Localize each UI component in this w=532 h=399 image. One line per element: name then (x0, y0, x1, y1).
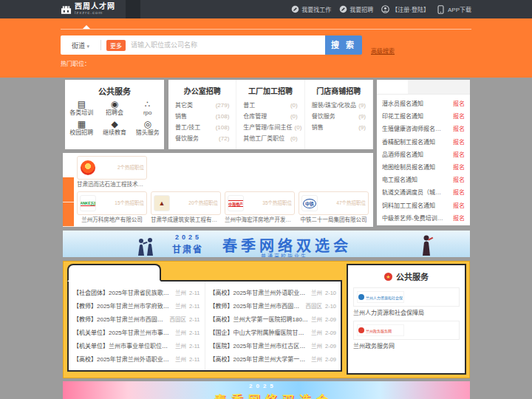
nav-item[interactable] (140, 0, 155, 18)
category-item[interactable]: 销售 (9) (312, 122, 366, 133)
service-item[interactable]: 猎头服务 (131, 120, 164, 137)
category-item[interactable]: 其它类 (279) (175, 100, 229, 111)
org-name[interactable]: 兰州人力资源和社会保障局 (353, 308, 460, 316)
more-tag[interactable]: 更多 (106, 40, 126, 51)
category-item[interactable]: 服装/珠宝/化妆品 (9) (312, 100, 366, 111)
apply-link[interactable]: 报名 (453, 99, 465, 107)
job-title-link[interactable]: 【教师】2025年甘肃兰州市西固区面向全— (210, 301, 304, 310)
company-name[interactable]: 兰州万科房地产有限公司 (77, 215, 147, 225)
category-item[interactable]: 普工 (0) (243, 100, 297, 111)
notice-item: 中级茶艺师-免费培训考... 报名 (382, 211, 465, 224)
job-title-link[interactable]: 【高校】2025年甘肃兰州外语职业学院第— (73, 355, 173, 363)
apply-link[interactable]: 报名 (453, 188, 465, 196)
company-card[interactable]: ▲ 20个热招职位 (151, 191, 221, 215)
notice-title[interactable]: 电工报名通知 (382, 175, 417, 183)
notice-title[interactable]: 饲料加工工报名通知 (382, 201, 435, 209)
apply-link[interactable]: 报名 (453, 150, 465, 158)
jobs-tab[interactable] (251, 264, 342, 282)
org-card[interactable]: 兰州政务服务网 (353, 321, 460, 340)
search-button[interactable]: 搜 索 (325, 35, 362, 55)
company-name[interactable]: 甘肃华成建筑安装工程有限... (151, 215, 221, 225)
company-name[interactable]: 甘肃迅而达石油工程技术服... (77, 180, 147, 189)
company-name[interactable]: 中铁二十一局集团有限公司 (299, 215, 369, 225)
org-name[interactable]: 兰州政务服务网 (353, 341, 460, 349)
service-item[interactable]: 各类培训 (65, 100, 98, 117)
notice-title[interactable]: 品酒师报名通知 (382, 150, 423, 158)
apply-link[interactable]: 报名 (453, 112, 465, 120)
service-icon (98, 100, 132, 109)
spring-fair-banner[interactable]: 2025 甘肃省 春季网络双选会 普通高校毕业生 (63, 231, 470, 257)
job-title-link[interactable]: 【医院】2025年甘肃兰州市红古区兰炭医— (210, 341, 309, 349)
bottom-fair-banner[interactable]: 2025 春季网络双选会 (63, 381, 470, 399)
service-item[interactable]: 校园招聘 (65, 120, 98, 137)
job-tag: 【机关单位】 (73, 330, 109, 336)
category-count: (108) (216, 122, 230, 133)
public-services-title: 公共服务 (65, 85, 164, 97)
showcase-side-tab[interactable] (63, 153, 74, 177)
category-item[interactable]: 生产管理/车间主任 (0) (243, 122, 297, 133)
company-card[interactable]: 中海地产 35个热招职位 (225, 191, 295, 215)
nav-item[interactable] (155, 0, 170, 18)
job-title-link[interactable]: 【机关单位】2025年甘肃兰州市事业单位职位— (73, 328, 173, 336)
job-title-link[interactable]: 【教师】2025年甘肃兰州市西固区面向全— (73, 315, 168, 323)
advanced-search-link[interactable]: 高级搜索 (371, 47, 395, 55)
job-title-link[interactable]: 【高校】兰州大学第一医院招聘180人公告 (210, 315, 309, 323)
nav-item[interactable] (185, 0, 200, 18)
search-input[interactable] (131, 41, 325, 49)
gov-services-title: 公共服务 (396, 270, 429, 282)
apply-link[interactable]: 报名 (453, 137, 465, 146)
company-name[interactable]: 兰州中海宏洋房地产开发有... (225, 215, 295, 225)
company-card[interactable]: 2个热招职位 (77, 156, 147, 180)
category-item[interactable]: 餐饮服务 (72) (175, 133, 229, 144)
notice-title[interactable]: 印花工报名通知 (382, 112, 423, 120)
nav-item[interactable] (200, 0, 214, 18)
nav-item[interactable] (170, 0, 185, 18)
category-item[interactable]: 仓库管理 (0) (243, 111, 297, 122)
company-card[interactable]: 中铁 47个热招职位 (299, 191, 369, 215)
job-title-link[interactable]: 【国企】中山大学附属肿瘤医院甘肃医院— (210, 328, 309, 336)
register-login-link[interactable]: 【注册·登陆】 (381, 5, 429, 13)
app-download-link[interactable]: APP下载 (437, 5, 471, 13)
category-item[interactable]: 其他工厂类职位 (0) (243, 133, 297, 144)
find-job-link[interactable]: 我要找工作 (291, 5, 331, 13)
category-item[interactable]: 销售 (108) (175, 111, 229, 122)
showcase-side-tab[interactable] (63, 177, 74, 202)
showcase-side-tab[interactable] (63, 202, 74, 227)
notices-tab[interactable] (439, 80, 470, 94)
notice-title[interactable]: 地图绘制员报名通知 (382, 163, 435, 171)
notice-title[interactable]: 潜水员报名通知 (382, 99, 423, 107)
notices-tab[interactable] (408, 80, 439, 94)
category-item[interactable]: 普工/技工 (108) (175, 122, 229, 133)
category-column: 门店商铺招聘 服装/珠宝/化妆品 (9) 餐饮服务 (9) 销售 (9) (305, 80, 373, 149)
notice-title[interactable]: 香精配制工报名通知 (382, 137, 435, 146)
subnav (61, 21, 471, 30)
jobs-tab[interactable] (161, 264, 252, 282)
company-card[interactable]: VANKE万科 15个热招职位 (77, 191, 147, 215)
notice-title[interactable]: 中级茶艺师-免费培训考... (382, 214, 446, 222)
apply-link[interactable]: 报名 (453, 175, 465, 183)
job-title-link[interactable]: 【教师】2025年甘肃兰州市学府致远学校— (73, 301, 173, 310)
nav-item[interactable] (214, 0, 229, 18)
region-select[interactable]: 街道 ▾ (61, 41, 100, 50)
notice-title[interactable]: 生殖健康咨询师报名通知 (382, 124, 446, 132)
student-illustration-icon (418, 233, 434, 257)
job-title-link[interactable]: 【高校】2025年甘肃兰州外语职业学院第— (210, 288, 309, 296)
service-item[interactable]: 继续教育 (98, 120, 132, 137)
nav-item[interactable] (126, 0, 140, 18)
apply-link[interactable]: 报名 (453, 214, 465, 222)
category-item[interactable]: 餐饮服务 (9) (312, 111, 366, 122)
service-item[interactable]: 招聘会 (98, 100, 132, 117)
notice-title[interactable]: 轨道交通调度员（城市... (382, 188, 446, 196)
site-logo[interactable]: 西周人才网 lzxzrc.com (61, 3, 115, 16)
job-title-link[interactable]: 【高校】2025年甘肃兰州大学第一医院招— (210, 355, 309, 363)
apply-link[interactable]: 报名 (453, 124, 465, 132)
service-item[interactable]: rpo (131, 100, 164, 117)
org-card[interactable]: 兰州人力资源和社会保障局 (353, 287, 460, 307)
job-title-link[interactable]: 【机关单位】兰州市事业单位职位表下载地址2— (73, 341, 173, 349)
hire-link[interactable]: 我要招聘 (339, 5, 373, 13)
notices-tab[interactable] (377, 80, 408, 94)
jobs-tab[interactable] (67, 264, 161, 282)
apply-link[interactable]: 报名 (453, 201, 465, 209)
job-title-link[interactable]: 【社会团体】2025年甘肃省民族歌舞团招聘公告 (73, 288, 173, 296)
apply-link[interactable]: 报名 (453, 163, 465, 171)
